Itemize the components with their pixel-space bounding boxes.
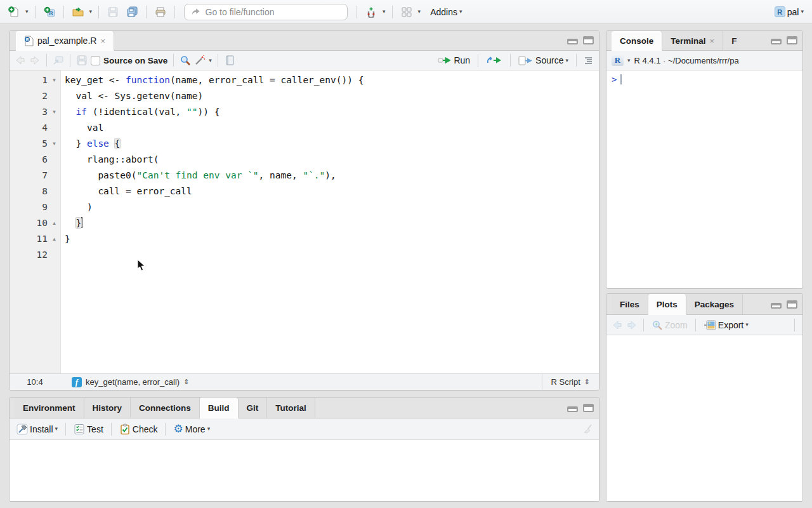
check-button[interactable]: Check: [117, 422, 160, 436]
fold-marker-icon[interactable]: ▾: [48, 136, 61, 152]
code-tools-icon[interactable]: [194, 55, 206, 66]
new-project-button[interactable]: R: [42, 5, 57, 19]
code-text: val: [61, 120, 103, 136]
forward-icon[interactable]: [29, 55, 41, 66]
tab-connections[interactable]: Connections: [131, 398, 200, 418]
code-tools-caret-icon[interactable]: ▾: [209, 58, 212, 64]
next-plot-icon[interactable]: [626, 319, 638, 331]
run-button[interactable]: Run: [436, 54, 472, 67]
fold-marker-icon[interactable]: ▾: [48, 72, 61, 88]
previous-plot-icon[interactable]: [612, 319, 623, 331]
print-button[interactable]: [153, 5, 168, 19]
console-output[interactable]: >: [606, 70, 802, 88]
code-editor[interactable]: 1▾key_get <- function(name, error_call =…: [10, 70, 599, 373]
fold-marker-empty: [48, 184, 61, 199]
tab-console[interactable]: Console: [612, 31, 662, 51]
code-line[interactable]: 3▾ if (!identical(val, "")) {: [10, 104, 599, 120]
addins-button[interactable]: Addins ▾: [428, 6, 464, 18]
rerun-button[interactable]: [484, 55, 504, 66]
goto-file-function-box[interactable]: [184, 4, 348, 20]
scope-selector[interactable]: f key_get(name, error_call) ⇕: [60, 377, 189, 387]
tab-tutorial[interactable]: Tutorial: [267, 398, 315, 418]
compile-report-icon[interactable]: [224, 55, 235, 66]
close-icon[interactable]: ×: [710, 36, 715, 46]
pane-layout-button[interactable]: [399, 5, 414, 19]
code-line[interactable]: 7 paste0("Can't find env var `", name, "…: [10, 168, 599, 184]
open-file-button[interactable]: [70, 5, 86, 19]
zoom-plot-button[interactable]: Zoom: [650, 318, 690, 332]
code-text: paste0("Can't find env var `", name, "`.…: [61, 168, 336, 184]
open-in-window-icon[interactable]: [53, 55, 64, 66]
tab-plots[interactable]: Plots: [648, 294, 686, 315]
find-replace-icon[interactable]: [180, 55, 191, 66]
maximize-pane-button[interactable]: [583, 36, 594, 44]
maximize-pane-button[interactable]: [583, 404, 594, 412]
new-file-button[interactable]: [6, 5, 22, 19]
code-line[interactable]: 9 ): [10, 199, 599, 215]
fold-marker-icon[interactable]: ▾: [48, 104, 61, 120]
maximize-pane-button[interactable]: [787, 36, 797, 44]
goto-file-function-input[interactable]: [206, 7, 341, 17]
test-button[interactable]: Test: [72, 422, 105, 436]
code-line[interactable]: 4 val: [10, 120, 599, 136]
save-all-button[interactable]: [124, 5, 140, 19]
console-caret: [620, 74, 622, 84]
code-line[interactable]: 12: [10, 247, 599, 263]
tab-terminal[interactable]: Terminal ×: [662, 31, 723, 50]
line-number: 3: [10, 104, 48, 120]
main-toolbar: ▾ R ▾: [0, 0, 812, 24]
document-outline-icon[interactable]: [582, 55, 594, 66]
tab-truncated[interactable]: F: [723, 31, 739, 50]
fold-marker-icon[interactable]: ▴: [48, 215, 61, 231]
version-control-button[interactable]: [363, 5, 379, 19]
maximize-pane-button[interactable]: [787, 300, 797, 309]
save-button[interactable]: [105, 5, 121, 19]
export-plot-button[interactable]: Export ▾: [702, 319, 750, 331]
divider: [510, 54, 511, 67]
tab-git[interactable]: Git: [239, 398, 268, 418]
source-on-save-checkbox[interactable]: [91, 56, 100, 65]
back-icon[interactable]: [15, 55, 26, 66]
scope-stepper-icon: ⇕: [183, 378, 189, 386]
version-control-caret-icon[interactable]: ▾: [383, 9, 386, 15]
source-button[interactable]: Source ▾: [516, 54, 570, 67]
scope-label: key_get(name, error_call): [86, 377, 180, 387]
tab-pal-example[interactable]: R pal_example.R ×: [16, 31, 114, 51]
install-button[interactable]: Install ▾: [15, 422, 60, 436]
more-button[interactable]: ⚙ More ▾: [171, 422, 212, 436]
code-line[interactable]: 2 val <- Sys.getenv(name): [10, 88, 599, 104]
code-line[interactable]: 8 call = error_call: [10, 184, 599, 199]
file-type-selector[interactable]: R Script ⇕: [542, 374, 599, 390]
close-icon[interactable]: ×: [100, 36, 105, 46]
project-menu-button[interactable]: R pal ▾: [773, 5, 806, 18]
fold-marker-empty: [48, 120, 61, 136]
tab-history[interactable]: History: [84, 398, 131, 418]
clear-output-broom-icon[interactable]: [582, 424, 594, 435]
open-file-caret-icon[interactable]: ▾: [89, 9, 93, 15]
code-line[interactable]: 5▾ } else {: [10, 136, 599, 152]
tab-build[interactable]: Build: [200, 398, 239, 418]
tab-packages[interactable]: Packages: [686, 294, 743, 314]
tab-files[interactable]: Files: [612, 294, 648, 314]
code-line[interactable]: 11▴}: [10, 231, 599, 247]
files-tab-label: Files: [620, 300, 639, 309]
code-line[interactable]: 10▴ }: [10, 215, 599, 231]
minimize-pane-button[interactable]: [771, 39, 782, 44]
export-caret-icon: ▾: [745, 322, 749, 328]
minimize-pane-button[interactable]: [771, 303, 782, 309]
r-version-caret-icon[interactable]: ▾: [627, 58, 631, 64]
source-icon: [518, 56, 534, 65]
tab-environment[interactable]: Environment: [15, 398, 84, 418]
code-line[interactable]: 6 rlang::abort(: [10, 152, 599, 168]
code-line[interactable]: 1▾key_get <- function(name, error_call =…: [10, 72, 599, 88]
minimize-pane-button[interactable]: [567, 406, 578, 412]
minimize-pane-button[interactable]: [567, 39, 578, 44]
line-number: 6: [10, 152, 48, 168]
plots-tab-label: Plots: [657, 300, 678, 309]
fold-marker-icon[interactable]: ▴: [48, 231, 61, 247]
test-label: Test: [87, 424, 103, 434]
save-icon[interactable]: [76, 55, 88, 66]
new-file-caret-icon[interactable]: ▾: [25, 9, 29, 15]
pane-layout-caret-icon[interactable]: ▾: [418, 9, 421, 15]
code-text: if (!identical(val, "")) {: [61, 104, 219, 120]
